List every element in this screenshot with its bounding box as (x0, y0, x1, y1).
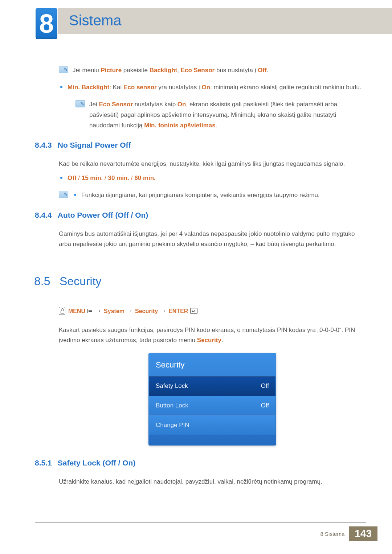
remote-icon (59, 307, 65, 315)
page-number: 143 (349, 526, 377, 541)
options-843: Off / 15 min. / 30 min. / 60 min. (59, 173, 366, 184)
heading-844: 8.4.4Auto Power Off (Off / On) (35, 209, 366, 222)
heading-843: 8.4.3No Signal Power Off (35, 139, 366, 152)
bullet-text: Min. Backlight: Kai Eco sensor yra nusta… (68, 82, 362, 93)
note-eco-sensor: Jei Eco Sensor nustatytas kaip On, ekran… (75, 99, 366, 131)
body-851: Užrakinkite kanalus, kad neįgalioti naud… (59, 477, 366, 487)
body-843: Kad be reikalo nevartotumėte energijos, … (59, 159, 366, 169)
note-text: Jei Eco Sensor nustatytas kaip On, ekran… (89, 99, 366, 131)
note-843: Funkcija išjungiama, kai prijungiamas ko… (59, 190, 366, 201)
body-844: Gaminys bus automatiškai išjungtas, jei … (59, 229, 366, 250)
header-bar (0, 8, 392, 34)
bullet-icon (60, 86, 62, 88)
heading-85: 8.5 Security (35, 271, 366, 291)
osd-row-safety-lock[interactable]: Safety Lock Off (149, 376, 275, 396)
options-text: Off / 15 min. / 30 min. / 60 min. (68, 173, 156, 184)
menu-grid-icon (87, 309, 93, 313)
note-icon (75, 100, 85, 107)
enter-icon (190, 308, 197, 314)
osd-row-button-lock[interactable]: Button Lock Off (149, 396, 275, 415)
note-icon (59, 66, 68, 73)
note-icon (59, 191, 68, 198)
footer-divider (35, 522, 366, 523)
chapter-number-badge: 8 (36, 8, 57, 39)
note-text: Jei meniu Picture pakeisite Backlight, E… (73, 65, 269, 76)
osd-security-panel: Security Safety Lock Off Button Lock Off… (148, 353, 276, 446)
osd-bottom-spacer (149, 435, 275, 445)
bullet-min-backlight: Min. Backlight: Kai Eco sensor yra nusta… (59, 82, 366, 93)
note-text: Funkcija išjungiama, kai prijungiamas ko… (81, 190, 320, 201)
bullet-icon (74, 194, 76, 196)
body-85: Kaskart pasiekus saugos funkcijas, pasir… (59, 325, 366, 346)
bullet-icon (60, 177, 62, 179)
chapter-title: Sistema (69, 12, 122, 29)
heading-851: 8.5.1Safety Lock (Off / On) (35, 456, 366, 469)
osd-row-change-pin[interactable]: Change PIN (149, 415, 275, 435)
menu-path: MENU → System → Security → ENTER (59, 306, 366, 316)
note-picture-backlight: Jei meniu Picture pakeisite Backlight, E… (59, 65, 366, 76)
osd-title: Security (149, 354, 275, 376)
page-footer: 8 Sistema 143 (35, 522, 392, 541)
footer-chapter-ref: 8 Sistema (320, 531, 345, 537)
